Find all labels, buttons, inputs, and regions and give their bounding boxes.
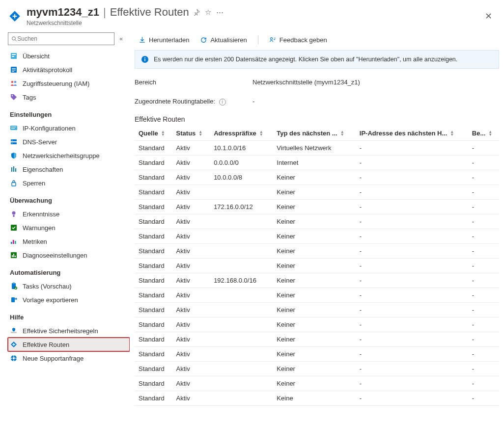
column-header[interactable]: Status▲▼ <box>172 126 210 141</box>
column-header[interactable]: Typ des nächsten ...▲▼ <box>273 126 355 141</box>
collapse-sidebar-icon[interactable]: « <box>117 33 125 44</box>
column-header[interactable]: Be...▲▼ <box>468 126 499 141</box>
cell-ip: - <box>356 302 468 317</box>
sidebar-item-export[interactable]: Vorlage exportieren <box>8 293 130 307</box>
refresh-button[interactable]: Aktualisieren <box>200 36 247 44</box>
table-row[interactable]: StandardAktivKeiner-- <box>135 302 499 317</box>
cell-be: - <box>468 346 499 361</box>
svg-point-18 <box>12 140 13 141</box>
download-label: Herunterladen <box>149 36 189 44</box>
table-row[interactable]: StandardAktivKeiner-- <box>135 361 499 376</box>
column-header[interactable]: Quelle▲▼ <box>135 126 172 141</box>
sidebar-item-ipconfig[interactable]: IP-Konfigurationen <box>8 121 130 135</box>
cell-state: Aktiv <box>172 229 210 243</box>
sidebar: « ÜbersichtAktivitätsprotokollZugriffsst… <box>0 28 130 447</box>
sidebar-item-tags[interactable]: Tags <box>8 90 130 104</box>
cell-be: - <box>468 184 499 199</box>
cell-state: Aktiv <box>172 214 210 229</box>
table-row[interactable]: StandardAktivKeiner-- <box>135 376 499 391</box>
cell-ip: - <box>356 155 468 170</box>
cell-be: - <box>468 332 499 346</box>
cell-source: Standard <box>135 376 172 391</box>
cell-be: - <box>468 302 499 317</box>
svg-point-41 <box>13 357 15 359</box>
table-row[interactable]: StandardAktivKeiner-- <box>135 243 499 258</box>
sidebar-item-effroute[interactable]: Effektive Routen <box>8 338 130 351</box>
table-row[interactable]: StandardAktivKeiner-- <box>135 258 499 273</box>
table-row[interactable]: StandardAktivKeiner-- <box>135 184 499 199</box>
table-row[interactable]: StandardAktivKeiner-- <box>135 229 499 243</box>
cell-prefix: 192.168.0.0/16 <box>210 273 273 288</box>
cell-ip: - <box>356 184 468 199</box>
search-box[interactable] <box>8 32 114 45</box>
sidebar-item-props[interactable]: Eigenschaften <box>8 162 130 176</box>
cell-prefix: 10.0.0.0/8 <box>210 170 273 184</box>
table-row[interactable]: StandardAktivKeiner-- <box>135 288 499 302</box>
column-header[interactable]: IP-Adresse des nächsten H...▲▼ <box>356 126 468 141</box>
table-row[interactable]: StandardAktivKeiner-- <box>135 214 499 229</box>
cell-hop: Keiner <box>273 184 355 199</box>
feedback-button[interactable]: Feedback geben <box>269 36 327 44</box>
column-label: Typ des nächsten ... <box>277 130 337 137</box>
sidebar-item-diag[interactable]: Diagnoseeinstellungen <box>8 248 130 262</box>
search-input[interactable] <box>17 35 111 42</box>
close-icon[interactable]: ✕ <box>481 9 496 24</box>
sidebar-item-insights[interactable]: Erkenntnisse <box>8 207 130 221</box>
table-row[interactable]: StandardAktivKeine-- <box>135 391 499 405</box>
table-row[interactable]: StandardAktiv192.168.0.0/16Keiner-- <box>135 273 499 288</box>
table-row[interactable]: StandardAktivKeiner-- <box>135 332 499 346</box>
sidebar-item-alerts[interactable]: Warnungen <box>8 221 130 235</box>
table-row[interactable]: StandardAktivKeiner-- <box>135 317 499 332</box>
svg-rect-25 <box>13 215 15 217</box>
sidebar-item-tasks[interactable]: Tasks (Vorschau) <box>8 279 130 293</box>
sidebar-group-hilfe: Hilfe <box>8 307 130 324</box>
sidebar-item-effsec[interactable]: Effektive Sicherheitsregeln <box>8 324 130 338</box>
diag-icon <box>10 251 18 259</box>
sidebar-item-overview[interactable]: Übersicht <box>8 49 130 63</box>
column-header[interactable]: Adresspräfixe▲▼ <box>210 126 273 141</box>
cell-prefix: 0.0.0.0/0 <box>210 155 273 170</box>
star-icon[interactable]: ☆ <box>205 8 211 17</box>
pin-icon[interactable] <box>193 9 200 16</box>
table-row[interactable]: StandardAktiv10.1.0.0/16Virtuelles Netzw… <box>135 140 499 155</box>
sidebar-item-label: IP-Konfigurationen <box>23 125 76 132</box>
cell-state: Aktiv <box>172 273 210 288</box>
sidebar-item-activity[interactable]: Aktivitätsprotokoll <box>8 63 130 77</box>
svg-rect-37 <box>11 297 15 302</box>
cell-prefix <box>210 317 273 332</box>
sidebar-item-iam[interactable]: Zugriffssteuerung (IAM) <box>8 77 130 90</box>
support-icon <box>10 354 18 362</box>
cell-ip: - <box>356 391 468 405</box>
routes-table-wrap[interactable]: Quelle▲▼Status▲▼Adresspräfixe▲▼Typ des n… <box>135 126 499 442</box>
metrics-icon <box>10 237 18 245</box>
table-row[interactable]: StandardAktiv172.16.0.0/12Keiner-- <box>135 199 499 214</box>
more-icon[interactable]: ⋯ <box>216 8 224 17</box>
sidebar-item-locks[interactable]: Sperren <box>8 176 130 190</box>
table-row[interactable]: StandardAktiv10.0.0.0/8Keiner-- <box>135 170 499 184</box>
cell-hop: Keiner <box>273 258 355 273</box>
svg-rect-20 <box>11 167 12 172</box>
cell-be: - <box>468 361 499 376</box>
tasks-icon <box>10 282 18 290</box>
cell-state: Aktiv <box>172 302 210 317</box>
table-row[interactable]: StandardAktiv0.0.0.0/0Internet-- <box>135 155 499 170</box>
overview-icon <box>10 52 18 60</box>
download-button[interactable]: Herunterladen <box>139 36 189 44</box>
scope-value: Netzwerkschnittstelle (myvm1234_z1) <box>252 79 499 86</box>
cell-source: Standard <box>135 346 172 361</box>
section-title: Effektive Routen <box>135 115 499 123</box>
svg-point-10 <box>11 81 14 83</box>
svg-rect-44 <box>144 59 145 61</box>
sidebar-item-dns[interactable]: DNS-Server <box>8 135 130 149</box>
horizontal-scrollbar[interactable] <box>135 441 499 447</box>
svg-rect-22 <box>15 168 16 172</box>
sidebar-item-metrics[interactable]: Metriken <box>8 235 130 248</box>
cell-prefix <box>210 229 273 243</box>
sidebar-item-support[interactable]: Neue Supportanfrage <box>8 351 130 365</box>
sidebar-item-nsg[interactable]: Netzwerksicherheitsgruppe <box>8 149 130 162</box>
table-row[interactable]: StandardAktivKeiner-- <box>135 346 499 361</box>
info-hint-icon[interactable]: i <box>219 99 226 105</box>
svg-rect-9 <box>12 71 14 72</box>
cell-prefix <box>210 214 273 229</box>
cell-state: Aktiv <box>172 258 210 273</box>
